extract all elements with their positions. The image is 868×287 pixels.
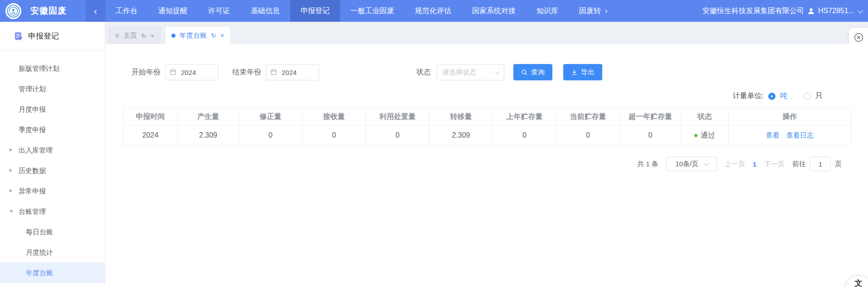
tab-annual-ledger[interactable]: 年度台账 ↻ × xyxy=(166,27,230,44)
nav-item-national-system[interactable]: 国家系统对接 xyxy=(462,0,526,22)
col-utilized-disposed: 利用处置量 xyxy=(366,109,429,125)
unit-option-ton[interactable]: 吨 xyxy=(780,91,787,101)
next-page-button[interactable]: 下一页 xyxy=(764,160,785,168)
nav-item-permits[interactable]: 许可证 xyxy=(198,0,240,22)
chevron-down-icon xyxy=(495,69,500,74)
status-dot-icon xyxy=(694,134,697,137)
status-text: 通过 xyxy=(701,131,715,140)
view-link[interactable]: 查看 xyxy=(766,131,780,140)
table-row: 2024 2.309 0 0 0 2.309 0 0 0 通过 xyxy=(123,125,851,146)
caret-down-icon xyxy=(10,210,13,213)
cell-generated: 2.309 xyxy=(178,125,239,146)
export-button[interactable]: 导出 xyxy=(563,64,602,80)
sidebar-item-inout-warehouse[interactable]: 出入库管理 xyxy=(0,140,105,160)
status-label: 状态 xyxy=(416,68,431,77)
prev-page-button[interactable]: 上一页 xyxy=(725,160,745,168)
nav-item-workbench[interactable]: 工作台 xyxy=(105,0,148,22)
download-icon xyxy=(571,69,578,76)
col-current-storage: 当前贮存量 xyxy=(556,109,620,125)
sidebar-item-label: 异常申报 xyxy=(19,187,46,195)
sidebar-item-monthly-declaration[interactable]: 月度申报 xyxy=(0,99,105,119)
col-status: 状态 xyxy=(681,109,729,125)
unit-option-piece[interactable]: 只 xyxy=(815,91,823,101)
calendar-icon xyxy=(170,69,176,77)
cell-utilized-disposed: 0 xyxy=(366,125,429,146)
sidebar-item-new-management-plan[interactable]: 新版管理计划 xyxy=(0,58,105,79)
nav-item-standard-evaluation[interactable]: 规范化评估 xyxy=(405,0,462,22)
current-page[interactable]: 1 xyxy=(753,160,756,168)
unit-label: 计量单位: xyxy=(733,91,764,101)
radio-piece-icon[interactable] xyxy=(804,93,811,100)
filter-row: 开始年份 结束年份 状态 xyxy=(105,44,868,80)
nav-menu: 工作台 通知提醒 许可证 基础信息 申报登记 一般工业固废 规范化评估 国家系统… xyxy=(105,0,611,22)
search-button-label: 查询 xyxy=(531,68,545,77)
nav-item-declaration[interactable]: 申报登记 xyxy=(290,0,340,22)
unit-toggle-row: 计量单位: 吨 只 xyxy=(105,80,868,101)
translate-icon: 文 xyxy=(855,278,863,287)
sidebar-item-label: 出入库管理 xyxy=(19,146,53,154)
user-area: 安徽恒生科技发展集团有限公司 HS72851... xyxy=(702,0,868,22)
app-logo-icon xyxy=(5,3,21,19)
cell-corrected: 0 xyxy=(239,125,302,146)
caret-right-icon xyxy=(10,189,12,193)
cell-received: 0 xyxy=(302,125,366,146)
goto-page: 前往 页 xyxy=(792,157,842,171)
annual-ledger-panel: 开始年份 结束年份 状态 xyxy=(105,44,868,287)
caret-right-icon xyxy=(10,148,12,152)
page-size-select[interactable]: 10条/页 xyxy=(666,157,717,171)
sidebar-item-monthly-statistics[interactable]: 月度统计 xyxy=(0,242,105,262)
pagination: 共 1 条 10条/页 上一页 1 下一页 前往 页 xyxy=(105,157,842,171)
col-corrected: 修正量 xyxy=(239,109,302,125)
tab-dot-icon xyxy=(115,34,119,38)
sidebar-menu: 新版管理计划 管理计划 月度申报 季度申报 出入库管理 历史数据 异常申报 台账… xyxy=(0,51,105,283)
view-log-link[interactable]: 查看日志 xyxy=(786,131,814,140)
close-icon[interactable]: × xyxy=(220,32,224,39)
status-select[interactable]: 请选择状态 xyxy=(436,64,504,80)
cell-status: 通过 xyxy=(681,125,729,146)
sidebar-item-daily-ledger[interactable]: 每日台账 xyxy=(0,222,105,242)
end-year-label: 结束年份 xyxy=(232,68,261,77)
col-prev-year-storage: 上年贮存量 xyxy=(493,109,556,125)
username[interactable]: HS72851... xyxy=(818,7,854,15)
goto-page-input[interactable] xyxy=(810,157,831,171)
nav-overflow-arrow[interactable]: › xyxy=(601,0,611,22)
col-declare-time: 申报时间 xyxy=(123,109,178,125)
brand: 安徽固废 xyxy=(0,0,86,22)
sidebar-title: 申报登记 xyxy=(28,31,59,41)
sidebar: 申报登记 新版管理计划 管理计划 月度申报 季度申报 出入库管理 历史数据 异常… xyxy=(0,22,105,287)
sidebar-item-history-data[interactable]: 历史数据 xyxy=(0,160,105,181)
radio-ton-selected-icon[interactable] xyxy=(768,93,775,100)
tab-home[interactable]: 主页 ↻ × xyxy=(109,27,161,44)
close-icon[interactable]: × xyxy=(151,33,154,39)
sidebar-item-annual-ledger[interactable]: 年度台账 xyxy=(0,262,105,283)
sidebar-item-ledger-management[interactable]: 台账管理 xyxy=(0,201,105,222)
export-button-label: 导出 xyxy=(581,68,595,77)
total-count: 共 1 条 xyxy=(637,160,658,168)
nav-item-general-industrial-waste[interactable]: 一般工业固废 xyxy=(340,0,405,22)
nav-item-knowledge-base[interactable]: 知识库 xyxy=(526,0,569,22)
top-navbar: 安徽固废 ‹ 工作台 通知提醒 许可证 基础信息 申报登记 一般工业固废 规范化… xyxy=(0,0,868,22)
annual-ledger-table: 申报时间 产生量 修正量 接收量 利用处置量 转移量 上年贮存量 当前贮存量 超… xyxy=(123,108,851,146)
goto-prefix: 前往 xyxy=(792,160,806,168)
col-over-one-year-storage: 超一年贮存量 xyxy=(620,109,681,125)
app-title: 安徽固废 xyxy=(30,5,67,17)
sidebar-item-quarterly-declaration[interactable]: 季度申报 xyxy=(0,119,105,140)
search-button[interactable]: 查询 xyxy=(513,64,552,80)
nav-item-waste-transfer[interactable]: 固废转 xyxy=(569,0,601,22)
main-area: 主页 ↻ × 年度台账 ↻ × 开始年份 xyxy=(105,22,868,287)
cell-prev-year-storage: 0 xyxy=(493,125,556,146)
sidebar-item-abnormal-declaration[interactable]: 异常申报 xyxy=(0,181,105,201)
refresh-icon[interactable]: ↻ xyxy=(141,33,146,39)
chevron-down-icon[interactable] xyxy=(858,7,863,13)
nav-item-basic-info[interactable]: 基础信息 xyxy=(240,0,290,22)
nav-item-notifications[interactable]: 通知提醒 xyxy=(148,0,198,22)
table-header-row: 申报时间 产生量 修正量 接收量 利用处置量 转移量 上年贮存量 当前贮存量 超… xyxy=(123,109,851,125)
tab-bar: 主页 ↻ × 年度台账 ↻ × xyxy=(105,22,868,44)
cell-transferred: 2.309 xyxy=(429,125,493,146)
refresh-icon[interactable]: ↻ xyxy=(211,32,216,39)
cell-actions: 查看 查看日志 xyxy=(729,125,851,146)
sidebar-collapse-button[interactable]: ‹ xyxy=(86,0,105,22)
sidebar-item-management-plan[interactable]: 管理计划 xyxy=(0,79,105,99)
col-received: 接收量 xyxy=(302,109,366,125)
chevron-down-icon xyxy=(704,161,709,166)
